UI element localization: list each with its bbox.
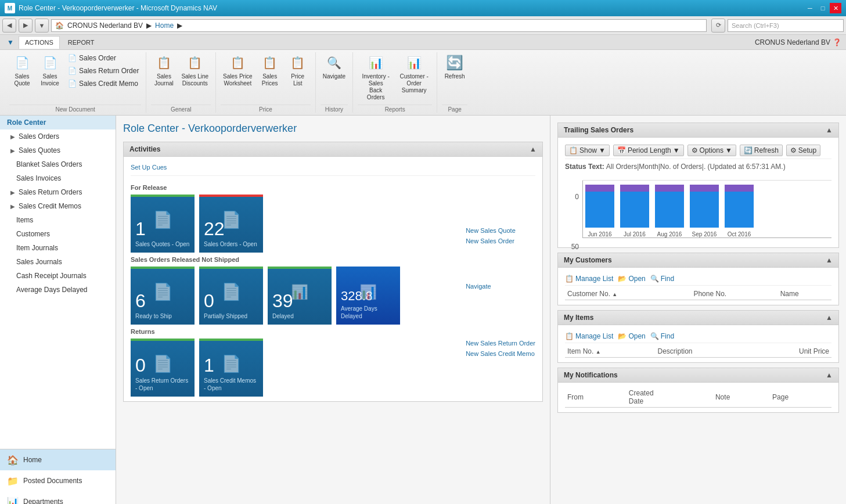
home-link[interactable]: Home: [155, 21, 174, 30]
sidebar-item-sales-invoices[interactable]: Sales Invoices: [0, 171, 116, 185]
chart-bar-jun[interactable]: Jun 2016: [585, 185, 614, 237]
cue-sales-quotes-open[interactable]: 📄 1 Sales Quotes - Open: [131, 195, 195, 253]
sales-invoice-icon: 📄: [41, 53, 59, 72]
page-header[interactable]: Page: [770, 387, 831, 408]
chart-bar-jul[interactable]: Jul 2016: [620, 185, 649, 237]
my-customers-collapse[interactable]: ▲: [826, 256, 833, 264]
chart-bar-aug[interactable]: Aug 2016: [655, 185, 684, 237]
customers-manage-list-btn[interactable]: 📋 Manage List: [565, 275, 613, 283]
options-button[interactable]: ⚙ Options ▼: [687, 145, 736, 156]
items-find-btn[interactable]: 🔍 Find: [650, 332, 674, 340]
sidebar-bottom-departments[interactable]: 📊 Departments: [0, 491, 116, 504]
cue-sales-orders-open[interactable]: 📄 22 Sales Orders - Open: [199, 195, 263, 253]
chart-bar-sep[interactable]: Sep 2016: [690, 185, 719, 237]
my-notifications-collapse[interactable]: ▲: [826, 371, 833, 379]
sidebar-item-cash-receipt-journals[interactable]: Cash Receipt Journals: [0, 269, 116, 283]
cue-doc-icon: 📄: [221, 354, 242, 373]
sidebar-item-sales-credit-memos[interactable]: ▶Sales Credit Memos: [0, 199, 116, 213]
chart-bar-oct[interactable]: Oct 2016: [725, 185, 754, 237]
my-items-collapse[interactable]: ▲: [826, 314, 833, 322]
help-icon[interactable]: ❓: [833, 38, 841, 46]
item-no-header[interactable]: Item No. ▲: [565, 345, 656, 358]
ribbon-item-sales-quote[interactable]: 📄 SalesQuote: [9, 52, 35, 88]
minimize-button[interactable]: ─: [804, 3, 816, 13]
navigate-link[interactable]: Navigate: [466, 283, 535, 290]
address-field[interactable]: 🏠 CRONUS Nederland BV ▶ Home ▶: [51, 19, 707, 32]
nav-dropdown[interactable]: ▼: [35, 19, 49, 33]
sidebar-item-sales-quotes[interactable]: ▶Sales Quotes: [0, 143, 116, 157]
sidebar-item-item-journals[interactable]: Item Journals: [0, 241, 116, 255]
sidebar-item-sales-orders[interactable]: ▶Sales Orders: [0, 129, 116, 143]
new-sales-order-link[interactable]: New Sales Order: [466, 237, 535, 244]
name-header[interactable]: Name: [778, 288, 831, 300]
cue-delayed[interactable]: 📊 39 Delayed: [268, 267, 332, 325]
ribbon-item-sales-order[interactable]: 📄 Sales Order: [65, 52, 141, 64]
customers-open-btn[interactable]: 📂 Open: [618, 275, 645, 283]
customer-no-header[interactable]: Customer No. ▲: [565, 288, 691, 300]
ribbon-item-customer-order-summary[interactable]: 📊 Customer - OrderSummary: [396, 52, 432, 95]
maximize-button[interactable]: □: [817, 3, 829, 13]
ribbon-item-sales-return-order[interactable]: 📄 Sales Return Order: [65, 65, 141, 77]
close-button[interactable]: ✕: [830, 3, 841, 13]
description-header[interactable]: Description: [656, 345, 749, 358]
cue-sales-credit-memos-open[interactable]: 📄 1 Sales Credit Memos - Open: [199, 339, 263, 397]
ribbon-item-sales-invoice[interactable]: 📄 SalesInvoice: [37, 52, 63, 88]
address-refresh-button[interactable]: ⟳: [711, 19, 725, 33]
show-button[interactable]: 📋 Show ▼: [565, 145, 610, 156]
trailing-sales-collapse[interactable]: ▲: [826, 126, 833, 134]
ribbon-item-sales-prices[interactable]: 📋 SalesPrices: [257, 52, 283, 88]
setup-icon: ⚙: [790, 146, 797, 154]
note-header[interactable]: Note: [713, 387, 770, 408]
activities-section: Activities ▲ Set Up Cues For Release 📄 1…: [123, 142, 543, 402]
ribbon-item-price-list[interactable]: 📋 PriceList: [285, 52, 311, 88]
phone-no-header[interactable]: Phone No.: [691, 288, 777, 300]
ribbon-item-sales-price-worksheet[interactable]: 📋 Sales PriceWorksheet: [221, 52, 255, 88]
bar-purple-oct: [725, 185, 754, 192]
sidebar-item-average-days-delayed[interactable]: Average Days Delayed: [0, 283, 116, 297]
from-header[interactable]: From: [565, 387, 627, 408]
sidebar-bottom-posted-documents[interactable]: 📁 Posted Documents: [0, 470, 116, 491]
cue-sales-return-orders-open[interactable]: 📄 0 Sales Return Orders - Open: [131, 339, 195, 397]
customers-find-btn[interactable]: 🔍 Find: [650, 275, 674, 283]
activities-cues-left: For Release 📄 1 Sales Quotes - Open 📄 22…: [131, 181, 447, 397]
sidebar-item-blanket-sales-orders[interactable]: Blanket Sales Orders: [0, 157, 116, 171]
navigate-icon: 🔍: [325, 53, 343, 72]
new-sales-quote-link[interactable]: New Sales Quote: [466, 227, 535, 234]
cue-partially-shipped[interactable]: 📄 0 Partially Shipped: [199, 267, 263, 325]
ribbon-item-navigate[interactable]: 🔍 Navigate: [321, 52, 348, 81]
setup-cues-link[interactable]: Set Up Cues: [131, 161, 535, 176]
new-sales-credit-memo-link[interactable]: New Sales Credit Memo: [466, 350, 535, 357]
ribbon-group-label-page: Page: [442, 105, 467, 113]
items-open-btn[interactable]: 📂 Open: [618, 332, 645, 340]
forward-button[interactable]: ▶: [19, 19, 33, 33]
ribbon-tab-actions[interactable]: ACTIONS: [19, 36, 60, 49]
sidebar-item-items[interactable]: Items: [0, 213, 116, 227]
right-panel: Trailing Sales Orders ▲ 📋 Show ▼ 📅 Perio…: [550, 116, 846, 504]
ribbon-item-sales-credit-memo[interactable]: 📄 Sales Credit Memo: [65, 78, 141, 89]
created-date-header[interactable]: CreatedDate: [627, 387, 713, 408]
cue-ready-to-ship[interactable]: 📄 6 Ready to Ship: [131, 267, 195, 325]
search-box[interactable]: Search (Ctrl+F3): [728, 19, 844, 32]
ribbon-dropdown[interactable]: ▼: [5, 38, 16, 46]
activities-collapse-btn[interactable]: ▲: [530, 145, 537, 153]
sidebar-item-sales-return-orders[interactable]: ▶Sales Return Orders: [0, 185, 116, 199]
chart-label-aug: Aug 2016: [657, 231, 682, 237]
sidebar-item-role-center[interactable]: Role Center: [0, 116, 116, 129]
sidebar-item-sales-journals[interactable]: Sales Journals: [0, 255, 116, 269]
cue-avg-days-delayed[interactable]: 📊 328.8 Average Days Delayed: [336, 267, 400, 325]
released-not-shipped-label: Sales Orders Released Not Shipped: [131, 256, 447, 263]
ribbon-item-inventory-sales-back-orders[interactable]: 📊 Inventory - SalesBack Orders: [358, 52, 394, 102]
ribbon-item-sales-line-discounts[interactable]: 📋 Sales LineDiscounts: [179, 52, 211, 88]
unit-price-header[interactable]: Unit Price: [749, 345, 831, 358]
sidebar-bottom-home[interactable]: 🏠 Home: [0, 449, 116, 470]
ribbon-tab-report[interactable]: REPORT: [62, 36, 100, 49]
trailing-refresh-button[interactable]: 🔄 Refresh: [740, 145, 783, 156]
ribbon-item-refresh[interactable]: 🔄 Refresh: [442, 52, 467, 81]
back-button[interactable]: ◀: [2, 19, 16, 33]
ribbon-item-sales-journal[interactable]: 📋 SalesJournal: [151, 52, 177, 88]
new-sales-return-order-link[interactable]: New Sales Return Order: [466, 340, 535, 347]
setup-button[interactable]: ⚙ Setup: [786, 145, 820, 156]
sidebar-item-customers[interactable]: Customers: [0, 227, 116, 241]
period-length-button[interactable]: 📅 Period Length ▼: [613, 145, 684, 156]
items-manage-list-btn[interactable]: 📋 Manage List: [565, 332, 613, 340]
